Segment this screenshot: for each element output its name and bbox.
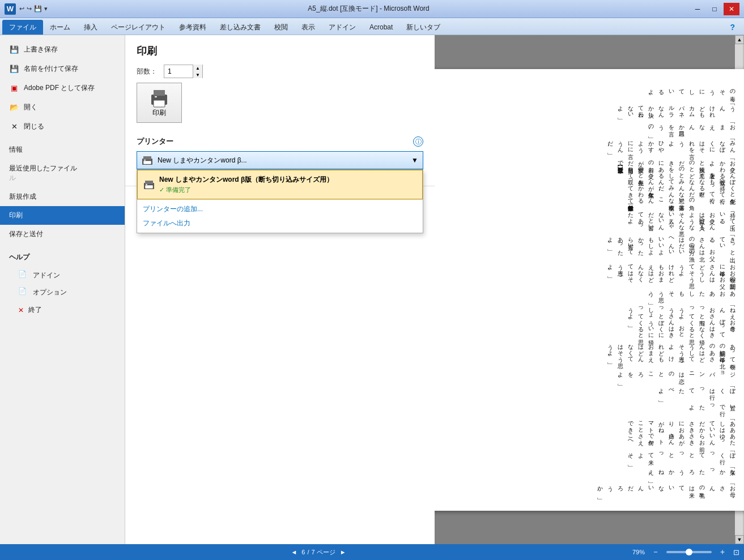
- svg-rect-7: [144, 160, 146, 161]
- text-col-18: 「お母さんの牛乳は来ていないんだろうか。」: [441, 482, 737, 494]
- minimize-button[interactable]: ─: [690, 3, 705, 15]
- popup-printer-info: New しまやカンタンword β版（断ち切り込みサイズ用） ✓ 準備完了: [159, 175, 333, 194]
- exit-icon: ✕: [18, 306, 24, 314]
- tab-acrobat[interactable]: Acrobat: [363, 20, 399, 35]
- tab-home[interactable]: ホーム: [43, 20, 77, 35]
- redo-btn[interactable]: ↪: [27, 5, 32, 12]
- customize-btn[interactable]: ▾: [44, 5, 48, 12]
- tab-new[interactable]: 新しいタブ: [399, 20, 447, 35]
- text-col-16: 「ぼく行ってとっとって来よそ。」: [441, 449, 737, 461]
- dropdown-arrow-icon: ▼: [411, 156, 418, 164]
- printer-popup-item[interactable]: New しまやカンタンword β版（断ち切り込みサイズ用） ✓ 準備完了: [137, 170, 423, 199]
- printer-dropdown-btn[interactable]: New しまやカンタンword β... ▼: [137, 151, 423, 169]
- printer-dropdown: New しまやカンタンword β... ▼ ✓ 準備完了: [137, 151, 423, 179]
- zoom-slider[interactable]: [666, 551, 712, 553]
- text-col-9: 「あおあたしもそう思う。」: [441, 287, 737, 299]
- copies-spinner: ▲ ▼: [193, 65, 202, 78]
- printer-popup-footer: プリンターの追加... ファイルへ出力: [137, 199, 423, 233]
- print-title: 印刷: [137, 44, 423, 58]
- help-section-label: ヘルプ: [0, 248, 125, 267]
- tab-addin[interactable]: アドイン: [322, 20, 363, 35]
- adobe-save-item[interactable]: ▣ Adobe PDF として保存: [0, 78, 125, 97]
- text-col-4: 「みんなぼくにはそれを言うよ。ひやかすようにに言うんだ。」: [441, 137, 737, 152]
- copies-down-btn[interactable]: ▼: [193, 71, 202, 78]
- text-col-2: 「うん、けれどもカムパネルラなんか決して云わないよ。」: [441, 102, 737, 116]
- text-col-5: 「お父さんぼくと先生がかわる教室へ持って行くよ。上著をもって行くと次第に悪くなる…: [441, 157, 737, 204]
- ribbon-tabs: ファイル ホーム 挿入 ページレイアウト 参考資料 差し込み文書 校閲 表示 ア…: [0, 18, 744, 35]
- printer-info-icon[interactable]: ⓘ: [413, 136, 423, 147]
- save-as-item[interactable]: 💾 名前を付けて保存: [0, 59, 125, 78]
- file-output-item[interactable]: ファイルへ出力: [143, 217, 417, 229]
- tab-file[interactable]: ファイル: [2, 20, 43, 35]
- tab-view[interactable]: 表示: [295, 20, 322, 35]
- zoom-plus-btn[interactable]: ＋: [716, 547, 729, 557]
- copies-label: 部数：: [137, 67, 157, 76]
- close-item[interactable]: ✕ 閉じる: [0, 117, 125, 136]
- close-button[interactable]: ✕: [724, 3, 739, 15]
- svg-rect-10: [145, 185, 153, 189]
- scroll-up-arrow[interactable]: ▲: [735, 35, 744, 44]
- printer-icon: [149, 88, 169, 108]
- overwrite-save-item[interactable]: 💾 上書き保存: [0, 40, 125, 59]
- open-item[interactable]: 📂 開く: [0, 97, 125, 117]
- text-col-1: の毒そうにしているよ。: [441, 86, 737, 97]
- preview-area: ▲ ▼ の毒そうにしているよ。 「うん、けれどもカムパネルラなんか決して云わない…: [435, 35, 744, 544]
- addin-item[interactable]: 📄 アドイン: [0, 267, 125, 284]
- copies-row: 部数： ▲ ▼: [137, 65, 423, 78]
- tab-insert[interactable]: 挿入: [77, 20, 104, 35]
- tab-review[interactable]: 校閲: [267, 20, 295, 35]
- printer-header-row: プリンター ⓘ: [137, 136, 423, 147]
- text-col-17: 「来なかったろうかねえ。」: [441, 465, 737, 477]
- options-icon: 📄: [18, 287, 28, 297]
- recent-files-item[interactable]: 最近使用したファイル ル: [0, 159, 125, 187]
- svg-rect-3: [155, 96, 157, 97]
- copies-up-btn[interactable]: ▲: [193, 65, 202, 71]
- page-preview: の毒そうにしているよ。 「うん、けれどもカムパネルラなんか決して云わないよ。」 …: [435, 69, 744, 511]
- zoom-minus-btn[interactable]: －: [649, 547, 662, 557]
- save-icon: 💾: [9, 44, 19, 54]
- tab-mailings[interactable]: 差し込み文書: [213, 20, 267, 35]
- svg-rect-6: [143, 161, 151, 164]
- printer-small-icon: [142, 156, 153, 165]
- print-header: 印刷 部数： ▲ ▼: [125, 35, 435, 136]
- text-col-6: 持って出ている。お父さんは監獄へ入るようなそんな悪い人じゃないんだと書いてあった…: [441, 208, 737, 229]
- text-col-13: 「ぼくは行ってたべよ。」: [441, 384, 737, 396]
- svg-rect-1: [154, 90, 165, 96]
- svg-rect-5: [143, 156, 151, 160]
- options-item[interactable]: 📄 オプション: [0, 284, 125, 301]
- fit-page-btn[interactable]: ⊡: [733, 548, 739, 557]
- title-text: A5_縦.dot [互換モード] - Microsoft Word: [308, 4, 430, 14]
- printer-section: プリンター ⓘ New しまやカンタンword β... ▼ ✓ 準備完: [125, 136, 435, 186]
- preview-text-content: の毒そうにしているよ。 「うん、けれどもカムパネルラなんか決して云わないよ。」 …: [435, 69, 744, 511]
- add-printer-item[interactable]: プリンターの追加...: [143, 203, 417, 215]
- tab-page-layout[interactable]: ページレイアウト: [104, 20, 172, 35]
- tab-references[interactable]: 参考資料: [172, 20, 213, 35]
- scroll-down-arrow[interactable]: ▼: [735, 535, 744, 544]
- save-send-item[interactable]: 保存と送付: [0, 225, 125, 243]
- copies-input-container: ▲ ▼: [164, 65, 203, 78]
- print-item[interactable]: 印刷: [0, 206, 125, 225]
- text-col-7: 「きっと出ている。お父さんは北の漁の方の漁はだいへんいいいよもしよかったら書いて…: [441, 233, 737, 256]
- popup-printer-status: ✓ 準備完了: [159, 186, 333, 194]
- exit-item[interactable]: ✕ 終了: [0, 301, 125, 319]
- print-button[interactable]: 印刷: [137, 83, 182, 123]
- quick-access-toolbar: ↩ ↪ 💾 ▾: [19, 5, 48, 12]
- status-right: 79% － ＋ ⊡: [632, 547, 739, 557]
- popup-printer-name: New しまやカンタンword β版（断ち切り込みサイズ用）: [159, 175, 333, 185]
- info-item[interactable]: 情報: [0, 140, 125, 159]
- text-col-12: ジョバンニは恋のところをよ。」: [441, 368, 737, 380]
- copies-input[interactable]: [164, 65, 193, 78]
- restore-button[interactable]: □: [707, 3, 722, 15]
- popup-printer-icon: [143, 180, 155, 189]
- save-quick-btn[interactable]: 💾: [34, 5, 42, 12]
- file-menu-items: 💾 上書き保存 💾 名前を付けて保存 ▣ Adobe PDF として保存 📂 開…: [0, 35, 125, 319]
- prev-page-btn[interactable]: ◄: [288, 548, 299, 557]
- printer-name-text: New しまやカンタンword β...: [158, 156, 407, 165]
- text-col-14: 置いで行ったよ。: [441, 401, 737, 413]
- text-col-11: あって今朝の新聞に今年は北のあさんはどうしてそう思うよ。けれどもおまえはどんなく…: [441, 340, 737, 364]
- zoom-handle[interactable]: [686, 549, 692, 555]
- next-page-btn[interactable]: ►: [338, 548, 348, 557]
- new-create-item[interactable]: 新規作成: [0, 187, 125, 206]
- tab-help[interactable]: ?: [723, 20, 742, 35]
- undo-btn[interactable]: ↩: [19, 5, 24, 12]
